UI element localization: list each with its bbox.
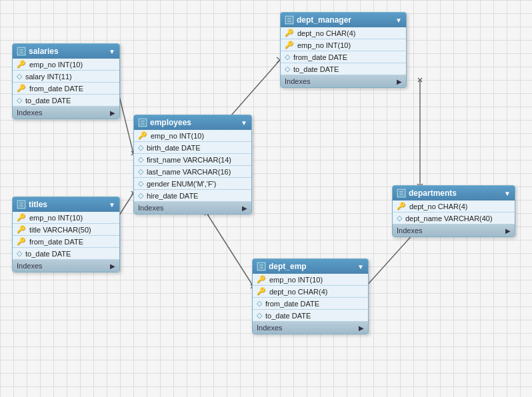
field-deptemp-4: ◇ to_date DATE [253, 310, 368, 322]
indexes-bar-departments[interactable]: Indexes ▶ [393, 224, 515, 236]
key-icon: 🔑 [285, 41, 294, 49]
table-icon-departments [397, 189, 406, 198]
field-text: from_date DATE [29, 85, 83, 93]
diamond-icon: ◇ [138, 155, 143, 164]
dropdown-salaries[interactable]: ▼ [109, 48, 115, 55]
key-icon: 🔑 [285, 29, 294, 37]
field-text: to_date DATE [25, 250, 71, 258]
table-header-employees[interactable]: employees ▼ [134, 115, 251, 130]
table-icon-employees [138, 118, 147, 127]
field-employees-4: ◇ last_name VARCHAR(16) [134, 166, 251, 178]
svg-rect-39 [287, 17, 292, 23]
diamond-icon: ◇ [257, 311, 262, 320]
table-header-salaries[interactable]: salaries ▼ [13, 44, 119, 59]
table-titles[interactable]: titles ▼ 🔑 emp_no INT(10) 🔑 title VARCHA… [12, 197, 120, 272]
field-text: emp_no INT(10) [29, 214, 83, 222]
table-title-employees: employees [150, 118, 191, 127]
diamond-icon: ◇ [17, 72, 22, 81]
svg-line-19 [418, 78, 422, 82]
field-titles-1: 🔑 emp_no INT(10) [13, 212, 119, 224]
table-title-titles: titles [29, 200, 47, 209]
indexes-arrow: ▶ [397, 78, 402, 85]
field-salaries-2: ◇ salary INT(11) [13, 71, 119, 83]
indexes-arrow: ▶ [242, 204, 247, 212]
indexes-bar-dept-emp[interactable]: Indexes ▶ [253, 322, 368, 334]
field-titles-4: ◇ to_date DATE [13, 248, 119, 260]
field-dept-2: ◇ dept_name VARCHAR(40) [393, 212, 515, 224]
svg-rect-33 [19, 202, 24, 207]
table-header-dept-emp[interactable]: dept_emp ▼ [253, 259, 368, 274]
field-text: to_date DATE [25, 97, 71, 105]
indexes-bar-dept-manager[interactable]: Indexes ▶ [281, 75, 406, 87]
field-text: from_date DATE [265, 300, 319, 308]
key-icon: 🔑 [17, 84, 26, 93]
indexes-label: Indexes [257, 324, 283, 332]
field-text: hire_date DATE [147, 192, 198, 200]
indexes-bar-salaries[interactable]: Indexes ▶ [13, 107, 119, 119]
table-title-dept-manager: dept_manager [297, 15, 351, 25]
indexes-arrow: ▶ [505, 227, 511, 234]
table-dept-emp[interactable]: dept_emp ▼ 🔑 emp_no INT(10) 🔑 dept_no CH… [252, 258, 369, 334]
diamond-icon: ◇ [257, 299, 262, 308]
indexes-label: Indexes [17, 262, 43, 270]
key-icon: 🔑 [17, 213, 26, 222]
field-deptmgr-1: 🔑 dept_no CHAR(4) [281, 27, 406, 39]
field-text: title VARCHAR(50) [29, 226, 91, 234]
table-icon-dept-manager [285, 15, 294, 25]
indexes-arrow: ▶ [110, 109, 115, 117]
dropdown-departments[interactable]: ▼ [504, 190, 511, 197]
table-departments[interactable]: departments ▼ 🔑 dept_no CHAR(4) ◇ dept_n… [392, 185, 515, 237]
indexes-arrow: ▶ [110, 262, 115, 270]
diamond-icon: ◇ [138, 143, 143, 152]
field-text: birth_date DATE [147, 144, 201, 152]
indexes-arrow: ▶ [359, 324, 364, 332]
svg-rect-45 [259, 264, 264, 269]
indexes-bar-employees[interactable]: Indexes ▶ [134, 202, 251, 214]
key-icon: 🔑 [257, 275, 266, 284]
field-text: last_name VARCHAR(16) [147, 168, 231, 176]
diamond-icon: ◇ [138, 191, 143, 200]
field-text: emp_no INT(10) [269, 276, 323, 284]
key-icon: 🔑 [17, 237, 26, 246]
table-salaries[interactable]: salaries ▼ 🔑 emp_no INT(10) ◇ salary INT… [12, 43, 120, 119]
field-text: from_date DATE [29, 238, 83, 246]
diamond-icon: ◇ [17, 249, 22, 258]
field-salaries-4: ◇ to_date DATE [13, 95, 119, 107]
dropdown-dept-manager[interactable]: ▼ [395, 17, 402, 24]
table-dept-manager[interactable]: dept_manager ▼ 🔑 dept_no CHAR(4) 🔑 emp_n… [280, 12, 407, 88]
erd-canvas: salaries ▼ 🔑 emp_no INT(10) ◇ salary INT… [0, 0, 532, 397]
key-icon: 🔑 [397, 202, 406, 210]
field-text: to_date DATE [293, 65, 339, 73]
dropdown-titles[interactable]: ▼ [109, 201, 115, 208]
indexes-label: Indexes [17, 109, 43, 117]
field-text: first_name VARCHAR(14) [147, 156, 231, 164]
field-deptemp-2: 🔑 dept_no CHAR(4) [253, 286, 368, 298]
table-title-dept-emp: dept_emp [269, 262, 307, 271]
table-header-departments[interactable]: departments ▼ [393, 186, 515, 200]
table-employees[interactable]: employees ▼ 🔑 emp_no INT(10) ◇ birth_dat… [133, 115, 252, 214]
svg-rect-42 [399, 191, 404, 196]
svg-line-18 [418, 78, 422, 82]
dropdown-dept-emp[interactable]: ▼ [357, 263, 364, 270]
table-header-titles[interactable]: titles ▼ [13, 197, 119, 212]
field-titles-3: 🔑 from_date DATE [13, 236, 119, 248]
field-dept-1: 🔑 dept_no CHAR(4) [393, 200, 515, 212]
field-deptemp-1: 🔑 emp_no INT(10) [253, 274, 368, 286]
field-text: emp_no INT(10) [29, 61, 83, 69]
field-text: dept_no CHAR(4) [409, 202, 467, 210]
indexes-label: Indexes [138, 204, 164, 212]
field-employees-2: ◇ birth_date DATE [134, 142, 251, 154]
table-icon-salaries [17, 47, 26, 56]
field-deptmgr-4: ◇ to_date DATE [281, 63, 406, 75]
field-employees-6: ◇ hire_date DATE [134, 190, 251, 202]
table-header-dept-manager[interactable]: dept_manager ▼ [281, 13, 406, 27]
field-text: dept_no CHAR(4) [297, 29, 355, 37]
svg-rect-30 [19, 49, 24, 54]
field-text: emp_no INT(10) [151, 132, 204, 140]
field-salaries-1: 🔑 emp_no INT(10) [13, 59, 119, 71]
table-icon-dept-emp [257, 262, 266, 271]
dropdown-employees[interactable]: ▼ [241, 119, 247, 127]
field-employees-1: 🔑 emp_no INT(10) [134, 130, 251, 142]
key-icon: 🔑 [257, 287, 266, 296]
indexes-bar-titles[interactable]: Indexes ▶ [13, 260, 119, 272]
